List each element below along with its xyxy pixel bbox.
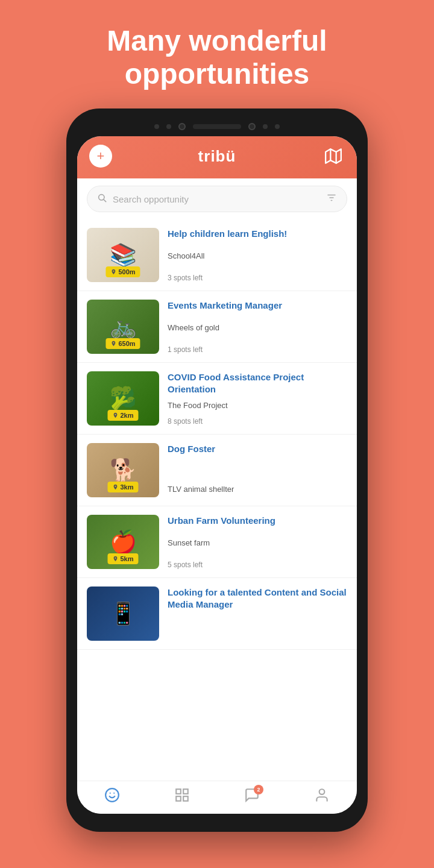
svg-marker-0	[326, 149, 341, 163]
filter-icon[interactable]	[326, 192, 337, 206]
opp-info-5: Urban Farm Volunteering Sunset farm 5 sp…	[168, 515, 347, 569]
opp-title-4: Dog Foster	[168, 443, 347, 455]
smile-icon	[104, 787, 120, 807]
page-background: Many wonderful opportunities + tribü	[0, 0, 434, 868]
opportunity-card-4[interactable]: 3km Dog Foster TLV animal shellter	[77, 435, 357, 506]
opp-img-bg-6	[87, 587, 159, 641]
opp-org-4: TLV animal shellter	[168, 485, 347, 494]
map-button[interactable]	[322, 145, 345, 168]
opp-image-2: 650m	[87, 300, 159, 354]
opp-image-3: 2km	[87, 371, 159, 426]
add-button[interactable]: +	[89, 145, 112, 168]
phone-shell: + tribü	[66, 108, 368, 832]
opp-image-1: 500m	[87, 228, 159, 282]
search-bar[interactable]: Search opportunity	[87, 186, 347, 212]
opp-spots-1: 3 spots left	[168, 274, 347, 282]
opp-info-6: Looking for a talented Content and Socia…	[168, 587, 347, 641]
opp-image-6	[87, 587, 159, 641]
phone-notch	[77, 119, 357, 136]
svg-rect-12	[183, 790, 188, 794]
notch-dot-2	[166, 124, 171, 129]
notch-camera	[178, 123, 186, 130]
nav-chat[interactable]: 2	[244, 787, 260, 807]
svg-rect-11	[176, 790, 181, 794]
app-header: + tribü	[77, 136, 357, 178]
scroll-content: 500m Help children learn English! School…	[77, 219, 357, 781]
search-icon	[97, 193, 107, 205]
opp-info-1: Help children learn English! School4All …	[168, 228, 347, 282]
opp-info-3: COVID Food Assistance Project Orientatio…	[168, 371, 347, 426]
svg-line-4	[104, 200, 106, 202]
opp-title-1: Help children learn English!	[168, 228, 347, 240]
nav-profile[interactable]	[314, 787, 330, 807]
notch-dot-right	[275, 124, 280, 129]
opp-title-5: Urban Farm Volunteering	[168, 515, 347, 527]
page-title: Many wonderful opportunities	[107, 24, 327, 90]
bottom-nav: 2	[77, 781, 357, 814]
opportunity-card-3[interactable]: 2km COVID Food Assistance Project Orient…	[77, 363, 357, 435]
notch-speaker	[193, 124, 241, 129]
search-area: Search opportunity	[77, 178, 357, 219]
svg-point-8	[105, 789, 119, 802]
opp-title-3: COVID Food Assistance Project Orientatio…	[168, 371, 347, 395]
opportunity-card-6[interactable]: Looking for a talented Content and Socia…	[77, 578, 357, 650]
opp-org-3: The Food Project	[168, 401, 347, 410]
page-title-area: Many wonderful opportunities	[71, 0, 363, 108]
distance-badge-3: 2km	[107, 410, 138, 421]
distance-badge-5: 5km	[107, 553, 138, 564]
opp-org-5: Sunset farm	[168, 538, 347, 547]
svg-rect-14	[183, 797, 188, 802]
distance-badge-1: 500m	[105, 266, 140, 277]
opp-spots-3: 8 spots left	[168, 417, 347, 426]
svg-rect-13	[176, 797, 181, 802]
distance-badge-2: 650m	[105, 338, 140, 349]
chat-badge: 2	[254, 785, 263, 794]
svg-point-15	[319, 790, 325, 795]
map-icon	[325, 148, 342, 165]
opportunity-card-1[interactable]: 500m Help children learn English! School…	[77, 219, 357, 291]
distance-badge-4: 3km	[107, 482, 138, 492]
opportunity-card-5[interactable]: 5km Urban Farm Volunteering Sunset farm …	[77, 506, 357, 578]
opp-title-6: Looking for a talented Content and Socia…	[168, 587, 347, 610]
app-logo: tribü	[198, 147, 236, 166]
opp-image-5: 5km	[87, 515, 159, 569]
opportunities-list: 500m Help children learn English! School…	[77, 219, 357, 650]
nav-home[interactable]	[104, 787, 120, 807]
notch-camera-right	[248, 123, 256, 130]
notch-dot-r2	[263, 124, 268, 129]
opp-org-1: School4All	[168, 251, 347, 260]
opp-spots-5: 5 spots left	[168, 561, 347, 569]
opp-title-2: Events Marketing Manager	[168, 300, 347, 312]
phone-screen: + tribü	[77, 136, 357, 814]
opportunity-card-2[interactable]: 650m Events Marketing Manager Wheels of …	[77, 291, 357, 363]
opp-info-4: Dog Foster TLV animal shellter	[168, 443, 347, 497]
search-input[interactable]: Search opportunity	[113, 194, 320, 204]
opp-spots-2: 1 spots left	[168, 345, 347, 354]
opp-org-2: Wheels of gold	[168, 323, 347, 332]
list-icon	[174, 787, 190, 807]
person-icon	[314, 787, 330, 807]
opp-image-4: 3km	[87, 443, 159, 497]
nav-feed[interactable]	[174, 787, 190, 807]
notch-dot-left	[154, 124, 159, 129]
opp-info-2: Events Marketing Manager Wheels of gold …	[168, 300, 347, 354]
